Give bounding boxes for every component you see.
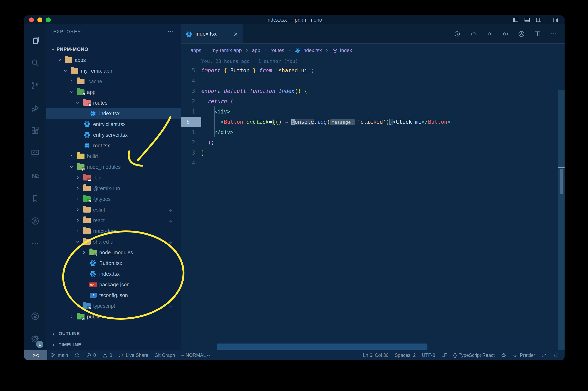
vertical-scrollbar-slider[interactable] bbox=[560, 169, 563, 194]
status-formatter-prettier[interactable]: Prettier bbox=[509, 350, 538, 360]
line-number-gutter[interactable]: 2 bbox=[181, 96, 201, 106]
code-line[interactable]: 3} bbox=[181, 148, 565, 158]
tree-item-typescript[interactable]: TStypescript bbox=[46, 300, 181, 311]
current-change-icon[interactable] bbox=[486, 30, 493, 38]
explorer-more-actions-icon[interactable] bbox=[167, 28, 174, 35]
split-editor-icon[interactable] bbox=[534, 30, 541, 38]
line-number-gutter[interactable]: 3 bbox=[181, 86, 201, 96]
code-line[interactable]: 4 bbox=[181, 76, 565, 86]
tree-item-app[interactable]: ⚙app bbox=[46, 87, 181, 98]
customize-layout-icon[interactable] bbox=[552, 17, 559, 23]
code-line[interactable]: 1 <div> bbox=[181, 106, 565, 117]
line-number-gutter[interactable]: 1 bbox=[181, 106, 201, 117]
more-actions-icon[interactable] bbox=[550, 30, 557, 38]
line-number-gutter[interactable]: 5 bbox=[181, 65, 201, 76]
breadcrumb-item-routes[interactable]: routes bbox=[271, 47, 284, 53]
code-line[interactable]: 5import { Button } from 'shared-ui'; bbox=[181, 65, 565, 76]
activity-item-more-views[interactable] bbox=[24, 232, 46, 255]
status-indentation[interactable]: Spaces: 2 bbox=[392, 350, 419, 360]
vertical-scrollbar[interactable] bbox=[558, 90, 565, 350]
tree-item-package-json[interactable]: npmpackage.json bbox=[46, 279, 181, 290]
activity-item-bookmarks[interactable] bbox=[24, 187, 46, 210]
code-line[interactable]: 4 bbox=[181, 158, 565, 168]
tree-item-react[interactable]: react bbox=[46, 215, 181, 226]
tree-item--remix-run[interactable]: @remix-run bbox=[46, 183, 181, 194]
activity-item-accounts[interactable] bbox=[24, 305, 46, 327]
code-line[interactable]: 6 <Button onClick={() ⇒ console.log(mess… bbox=[181, 117, 565, 127]
line-number-gutter[interactable]: 3 bbox=[181, 148, 201, 158]
code-line[interactable]: 2 ); bbox=[181, 137, 565, 148]
activity-item-nx-console[interactable]: N≥ bbox=[24, 165, 46, 187]
activity-item-settings[interactable]: 1 bbox=[24, 327, 46, 350]
status-copilot[interactable] bbox=[498, 350, 509, 360]
activity-item-remote-explorer[interactable] bbox=[24, 142, 46, 165]
activity-item-run-debug[interactable] bbox=[24, 97, 46, 119]
status-errors[interactable]: 0 bbox=[83, 350, 99, 360]
tab-index-tsx[interactable]: index.tsx bbox=[181, 24, 243, 43]
zoom-window-button[interactable] bbox=[46, 17, 51, 22]
status-live-share[interactable]: Live Share bbox=[115, 350, 151, 360]
status-language-mode[interactable]: {}TypeScript React bbox=[450, 350, 498, 360]
tree-item-public[interactable]: ⁂public bbox=[46, 311, 181, 322]
line-number-gutter[interactable]: 4 bbox=[181, 76, 201, 86]
timeline-history-icon[interactable] bbox=[454, 30, 461, 38]
status-notifications[interactable] bbox=[550, 350, 562, 360]
status-warnings[interactable]: 0 bbox=[99, 350, 115, 360]
status-feedback[interactable] bbox=[538, 350, 550, 360]
status-git-branch[interactable]: main bbox=[47, 350, 71, 360]
minimize-window-button[interactable] bbox=[37, 17, 42, 22]
line-number-gutter[interactable]: 1 bbox=[181, 127, 201, 137]
remote-indicator[interactable]: >< bbox=[24, 350, 47, 360]
activity-item-search[interactable] bbox=[24, 51, 46, 74]
tree-item-tsconfig-json[interactable]: TStsconfig.json bbox=[46, 290, 181, 300]
status-encoding[interactable]: UTF-8 bbox=[419, 350, 438, 360]
activity-item-explorer[interactable] bbox=[24, 29, 46, 51]
close-window-button[interactable] bbox=[29, 17, 34, 22]
tree-item-shared-ui[interactable]: shared-ui bbox=[46, 236, 181, 247]
tree-item--cache[interactable]: .cache bbox=[46, 76, 181, 87]
line-number-gutter[interactable]: 6 bbox=[181, 117, 201, 127]
tree-item-entry-client-tsx[interactable]: entry.client.tsx bbox=[46, 119, 181, 129]
sidebar-section-timeline[interactable]: TIMELINE bbox=[46, 339, 181, 350]
status-vim-mode[interactable]: -- NORMAL -- bbox=[178, 350, 213, 360]
code-line[interactable]: 2 return ( bbox=[181, 96, 565, 106]
status-eol[interactable]: LF bbox=[438, 350, 450, 360]
horizontal-scrollbar[interactable] bbox=[217, 344, 427, 350]
tree-item-index-tsx[interactable]: index.tsx bbox=[46, 269, 181, 279]
toggle-panel-icon[interactable] bbox=[524, 17, 530, 23]
tree-item-build[interactable]: build bbox=[46, 151, 181, 162]
line-number-gutter[interactable]: 4 bbox=[181, 158, 201, 168]
code-line[interactable]: 3export default function Index() { bbox=[181, 86, 565, 96]
status-publish-changes[interactable] bbox=[71, 350, 83, 360]
next-change-icon[interactable] bbox=[502, 30, 509, 38]
breadcrumb-item-index-tsx[interactable]: index.tsx bbox=[294, 47, 322, 53]
tree-item--bin[interactable]: 01.bin bbox=[46, 172, 181, 183]
workspace-root-pnpm-mono[interactable]: PNPM-MONO bbox=[46, 44, 181, 55]
code-editor[interactable]: You, 23 hours ago | 1 author (You) 5impo… bbox=[181, 57, 565, 350]
toggle-primary-sidebar-icon[interactable] bbox=[512, 17, 519, 23]
tree-item-routes[interactable]: ◉routes bbox=[46, 98, 181, 108]
breadcrumb-item-apps[interactable]: apps bbox=[191, 47, 201, 53]
sidebar-section-outline[interactable]: OUTLINE bbox=[46, 328, 181, 339]
status-cursor-position[interactable]: Ln 6, Col 30 bbox=[360, 350, 392, 360]
tree-item-node-modules[interactable]: jsnode_modules bbox=[46, 247, 181, 258]
breadcrumb-item-app[interactable]: app bbox=[252, 47, 260, 53]
tree-item-root-tsx[interactable]: root.tsx bbox=[46, 140, 181, 151]
tree-item-entry-server-tsx[interactable]: entry.server.tsx bbox=[46, 129, 181, 140]
activity-item-source-control[interactable] bbox=[24, 74, 46, 97]
tree-item-apps[interactable]: apps bbox=[46, 55, 181, 65]
status-git-graph[interactable]: Git Graph bbox=[151, 350, 178, 360]
activity-item-extensions[interactable] bbox=[24, 119, 46, 142]
tree-item-eslint[interactable]: eslint bbox=[46, 204, 181, 215]
close-tab-icon[interactable] bbox=[233, 31, 239, 37]
tree-item-index-tsx[interactable]: index.tsx bbox=[46, 108, 181, 119]
toggle-secondary-sidebar-icon[interactable] bbox=[535, 17, 542, 23]
file-history-icon[interactable] bbox=[518, 30, 525, 38]
tree-item-react-dom[interactable]: react-dom bbox=[46, 226, 181, 236]
line-number-gutter[interactable]: 2 bbox=[181, 137, 201, 148]
breadcrumb-item-index[interactable]: Index bbox=[332, 47, 352, 53]
previous-change-icon[interactable] bbox=[470, 30, 477, 38]
activity-item-git-graph[interactable] bbox=[24, 210, 46, 232]
breadcrumb-item-my-remix-app[interactable]: my-remix-app bbox=[211, 47, 242, 53]
tree-item-my-remix-app[interactable]: my-remix-app bbox=[46, 65, 181, 76]
